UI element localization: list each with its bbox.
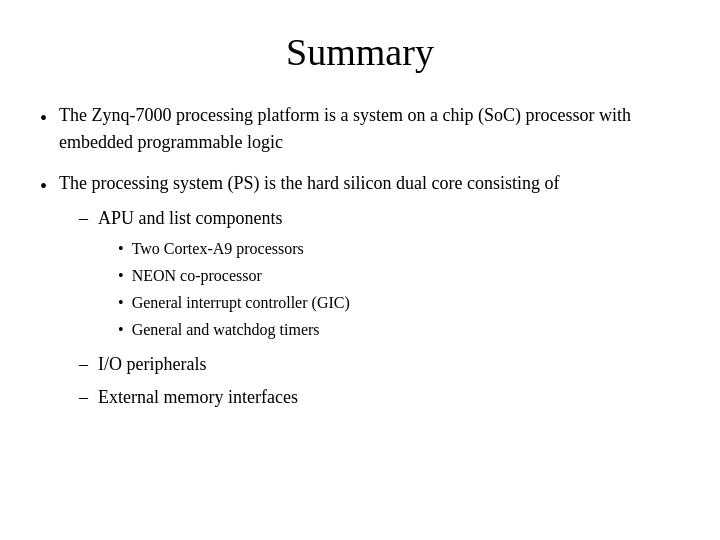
nested-bullet-1: • (118, 237, 124, 261)
sub-list: – APU and list components • Two Cortex-A… (79, 205, 680, 411)
nested-list-apu: • Two Cortex-A9 processors • NEON co-pro… (118, 237, 680, 342)
sub-dash-2: – (79, 351, 88, 378)
bullet-item-2: • The processing system (PS) is the hard… (40, 170, 680, 417)
bullet-dot-2: • (40, 171, 47, 201)
nested-bullet-3: • (118, 291, 124, 315)
sub-dash-1: – (79, 205, 88, 232)
nested-bullet-2: • (118, 264, 124, 288)
nested-item-4: • General and watchdog timers (118, 318, 680, 342)
nested-item-2: • NEON co-processor (118, 264, 680, 288)
bullet-dot-1: • (40, 103, 47, 133)
nested-bullet-4: • (118, 318, 124, 342)
sub-text-apu: APU and list components • Two Cortex-A9 … (98, 205, 680, 345)
sub-text-io: I/O peripherals (98, 351, 680, 378)
sub-item-memory: – External memory interfaces (79, 384, 680, 411)
slide-content: • The Zynq-7000 processing platform is a… (40, 102, 680, 510)
bullet-item-1: • The Zynq-7000 processing platform is a… (40, 102, 680, 156)
nested-item-1: • Two Cortex-A9 processors (118, 237, 680, 261)
sub-text-memory: External memory interfaces (98, 384, 680, 411)
sub-dash-3: – (79, 384, 88, 411)
slide-title: Summary (40, 30, 680, 74)
slide: Summary • The Zynq-7000 processing platf… (0, 0, 720, 540)
sub-item-apu: – APU and list components • Two Cortex-A… (79, 205, 680, 345)
bullet-text-1: The Zynq-7000 processing platform is a s… (59, 102, 680, 156)
nested-item-3: • General interrupt controller (GIC) (118, 291, 680, 315)
sub-item-io: – I/O peripherals (79, 351, 680, 378)
bullet-text-2: The processing system (PS) is the hard s… (59, 170, 680, 417)
